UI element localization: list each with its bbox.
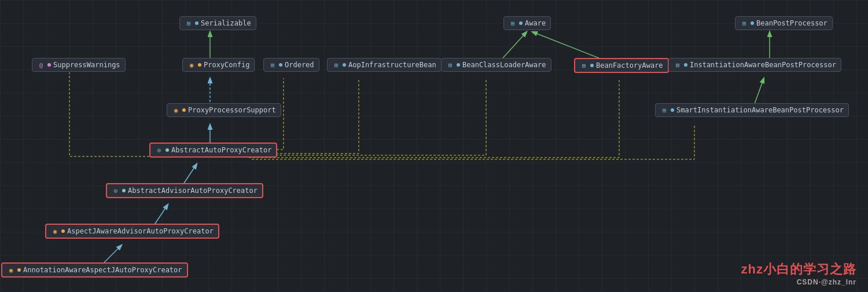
abstract-icon: ⊙ (155, 146, 163, 154)
class-icon: ◉ (7, 266, 15, 274)
node-label: BeanPostProcessor (756, 19, 827, 27)
node-label: Aware (525, 19, 546, 27)
node-aspectjawareadvisorautoproxycreator: ◉ AspectJAwareAdvisorAutoProxyCreator (45, 224, 219, 239)
dot-icon (165, 148, 169, 152)
abstract-icon: ⊙ (112, 187, 120, 195)
node-instantiationawarebeanpostprocessor: ⊞ InstantiationAwareBeanPostProcessor (668, 58, 841, 72)
annotation-icon: @ (37, 61, 45, 69)
dot-icon (457, 63, 460, 67)
node-smartinstantiationawarebpp: ⊞ SmartInstantiationAwareBeanPostProcess… (655, 103, 849, 117)
node-label: BeanFactoryAware (596, 61, 663, 70)
interface-icon: ⊞ (740, 19, 748, 27)
dot-icon (684, 63, 687, 67)
dot-icon (182, 108, 186, 112)
node-ordered: ⊞ Ordered (263, 58, 319, 72)
node-label: ProxyProcessorSupport (188, 106, 276, 114)
node-abstractautoproxycreator: ⊙ AbstractAutoProxyCreator (149, 143, 277, 158)
dot-icon (343, 63, 346, 67)
interface-icon: ⊞ (580, 61, 588, 70)
node-label: AopInfrastructureBean (348, 61, 436, 69)
dot-icon (590, 64, 594, 67)
interface-icon: ⊞ (446, 61, 454, 69)
node-proxyprocessorsupport: ◉ ProxyProcessorSupport (167, 103, 281, 117)
interface-icon: ⊞ (674, 61, 682, 69)
class-icon: ◉ (172, 106, 180, 114)
dot-icon (519, 21, 523, 25)
dot-icon (47, 63, 51, 67)
node-label: InstantiationAwareBeanPostProcessor (690, 61, 836, 69)
node-proxyconfig: ◉ ProxyConfig (182, 58, 255, 72)
dot-icon (195, 21, 198, 25)
node-label: Serializable (201, 19, 251, 27)
node-beanpostprocessor: ⊞ BeanPostProcessor (735, 16, 833, 30)
dot-icon (279, 63, 282, 67)
node-label: AbstractAutoProxyCreator (171, 146, 271, 154)
interface-icon: ⊞ (185, 19, 193, 27)
node-label: ProxyConfig (204, 61, 249, 69)
node-label: Ordered (285, 61, 314, 69)
node-abstractadvisorautoproxycreator: ⊙ AbstractAdvisorAutoProxyCreator (106, 183, 263, 198)
dot-icon (751, 21, 754, 25)
node-label: AspectJAwareAdvisorAutoProxyCreator (67, 227, 214, 235)
node-label: BeanClassLoaderAware (462, 61, 546, 69)
dot-icon (122, 189, 126, 192)
interface-icon: ⊞ (660, 106, 668, 114)
interface-icon: ⊞ (509, 19, 517, 27)
dot-icon (61, 229, 65, 233)
class-icon: ◉ (51, 227, 59, 235)
watermark-text: zhz小白的学习之路 (741, 262, 856, 276)
dot-icon (671, 108, 674, 112)
watermark: zhz小白的学习之路 CSDN·@zhz_lnr (741, 261, 856, 286)
node-label: SmartInstantiationAwareBeanPostProcessor (676, 106, 844, 114)
node-beanclassloaderaware: ⊞ BeanClassLoaderAware (441, 58, 551, 72)
interface-icon: ⊞ (269, 61, 277, 69)
dot-icon (17, 268, 21, 272)
node-label: AbstractAdvisorAutoProxyCreator (128, 187, 258, 195)
node-serializable: ⊞ Serializable (179, 16, 256, 30)
node-aware: ⊞ Aware (503, 16, 551, 30)
class-icon: ◉ (187, 61, 196, 69)
node-label: AnnotationAwareAspectJAutoProxyCreator (23, 266, 182, 274)
dot-icon (198, 63, 201, 67)
node-beanfactoryaware: ⊞ BeanFactoryAware (574, 58, 669, 73)
interface-icon: ⊞ (332, 61, 340, 69)
watermark-sub: CSDN·@zhz_lnr (741, 278, 856, 286)
node-annotationawareaspectjautoproxycreator: ◉ AnnotationAwareAspectJAutoProxyCreator (1, 262, 188, 278)
node-aopinfrastructurebean: ⊞ AopInfrastructureBean (327, 58, 442, 72)
node-label: SuppressWarnings (53, 61, 120, 69)
grid-background (0, 0, 868, 292)
node-suppresswarnings: @ SuppressWarnings (32, 58, 126, 72)
